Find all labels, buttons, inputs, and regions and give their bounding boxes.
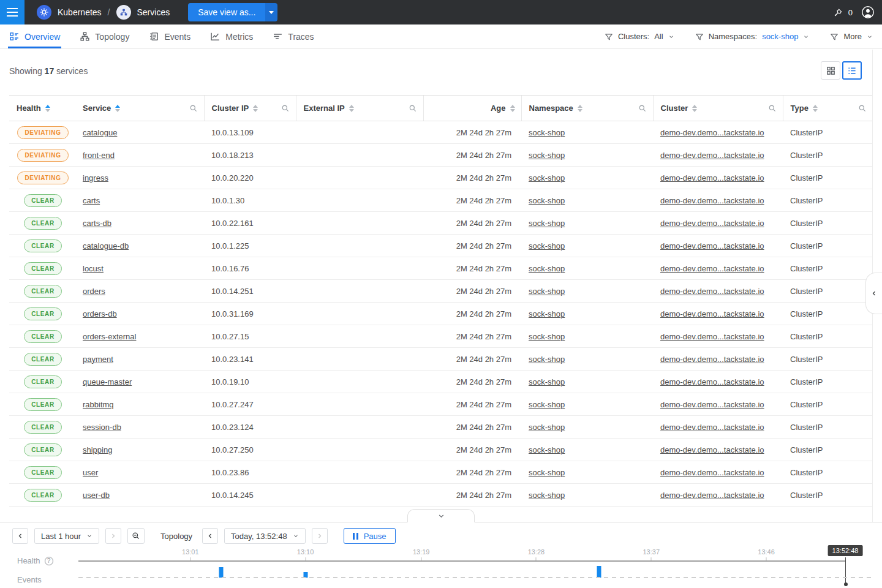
cluster-link[interactable]: demo-dev.demo...tackstate.io — [660, 151, 764, 160]
column-header-external-ip[interactable]: External IP — [296, 96, 423, 121]
service-link[interactable]: shipping — [83, 445, 112, 454]
service-link[interactable]: front-end — [83, 151, 115, 160]
save-view-caret-button[interactable] — [265, 3, 277, 21]
sort-icon[interactable] — [115, 105, 120, 112]
search-icon[interactable] — [638, 104, 647, 113]
event-bar[interactable] — [219, 567, 223, 578]
filter-namespaces[interactable]: Namespaces: sock-shop — [695, 32, 810, 41]
cluster-link[interactable]: demo-dev.demo...tackstate.io — [660, 264, 764, 273]
namespace-link[interactable]: sock-shop — [529, 491, 565, 500]
cluster-link[interactable]: demo-dev.demo...tackstate.io — [660, 377, 764, 386]
service-link[interactable]: rabbitmq — [83, 400, 114, 409]
sort-icon[interactable] — [578, 105, 582, 112]
service-link[interactable]: user — [83, 468, 98, 477]
cluster-link[interactable]: demo-dev.demo...tackstate.io — [660, 309, 764, 318]
cluster-link[interactable]: demo-dev.demo...tackstate.io — [660, 196, 764, 205]
breadcrumb-services[interactable]: Services — [116, 5, 170, 20]
time-range-back-button[interactable] — [12, 528, 28, 544]
filter-clusters[interactable]: Clusters: All — [605, 32, 674, 41]
column-header-cluster[interactable]: Cluster — [653, 96, 783, 121]
tab-traces[interactable]: Traces — [273, 24, 314, 48]
cluster-link[interactable]: demo-dev.demo...tackstate.io — [660, 491, 764, 500]
service-link[interactable]: orders-external — [83, 332, 136, 341]
service-link[interactable]: carts — [83, 196, 100, 205]
search-icon[interactable] — [768, 104, 777, 113]
column-header-age[interactable]: Age — [423, 96, 521, 121]
namespace-link[interactable]: sock-shop — [529, 377, 565, 386]
help-icon[interactable]: ? — [45, 557, 53, 565]
namespace-link[interactable]: sock-shop — [529, 219, 565, 228]
sort-icon[interactable] — [45, 105, 50, 112]
search-icon[interactable] — [409, 104, 417, 113]
service-link[interactable]: queue-master — [83, 377, 132, 386]
column-header-namespace[interactable]: Namespace — [521, 96, 653, 121]
column-header-type[interactable]: Type — [783, 96, 873, 121]
sort-icon[interactable] — [253, 105, 258, 112]
namespace-link[interactable]: sock-shop — [529, 400, 565, 409]
type-value: ClusterIP — [783, 416, 873, 439]
service-link[interactable]: session-db — [83, 423, 121, 432]
tab-topology[interactable]: Topology — [80, 24, 129, 48]
breadcrumb-label: Services — [137, 7, 170, 17]
event-bar[interactable] — [597, 566, 601, 578]
cluster-link[interactable]: demo-dev.demo...tackstate.io — [660, 468, 764, 477]
namespace-link[interactable]: sock-shop — [529, 128, 565, 137]
sort-icon[interactable] — [510, 105, 515, 112]
cluster-link[interactable]: demo-dev.demo...tackstate.io — [660, 219, 764, 228]
pinned-views-button[interactable]: 0 — [833, 7, 853, 18]
namespace-link[interactable]: sock-shop — [529, 151, 565, 160]
column-header-cluster-ip[interactable]: Cluster IP — [204, 96, 296, 121]
sort-icon[interactable] — [692, 105, 697, 112]
namespace-link[interactable]: sock-shop — [529, 332, 565, 341]
namespace-link[interactable]: sock-shop — [529, 309, 565, 318]
tab-overview[interactable]: Overview — [9, 24, 60, 48]
namespace-link[interactable]: sock-shop — [529, 173, 565, 183]
namespace-link[interactable]: sock-shop — [529, 423, 565, 432]
cluster-ip-value: 10.0.14.251 — [204, 280, 296, 303]
cluster-link[interactable]: demo-dev.demo...tackstate.io — [660, 173, 764, 183]
tab-metrics[interactable]: Metrics — [210, 24, 253, 48]
service-link[interactable]: catalogue — [83, 128, 117, 137]
service-link[interactable]: payment — [83, 355, 113, 364]
cluster-link[interactable]: demo-dev.demo...tackstate.io — [660, 355, 764, 364]
service-link[interactable]: carts-db — [83, 219, 111, 228]
service-link[interactable]: orders-db — [83, 309, 117, 318]
save-view-button[interactable]: Save view as... — [188, 3, 265, 21]
cluster-link[interactable]: demo-dev.demo...tackstate.io — [660, 445, 764, 454]
service-link[interactable]: user-db — [83, 491, 110, 500]
service-link[interactable]: catalogue-db — [83, 241, 129, 251]
grid-view-button[interactable] — [821, 61, 840, 80]
breadcrumb-kubernetes[interactable]: Kubernetes — [37, 5, 102, 20]
column-header-service[interactable]: Service — [75, 96, 204, 121]
search-icon[interactable] — [858, 104, 867, 113]
cluster-link[interactable]: demo-dev.demo...tackstate.io — [660, 241, 764, 251]
current-time-marker[interactable] — [845, 557, 846, 584]
collapse-table-button[interactable] — [407, 509, 475, 522]
cluster-link[interactable]: demo-dev.demo...tackstate.io — [660, 423, 764, 432]
service-link[interactable]: orders — [83, 287, 105, 296]
list-view-button[interactable] — [842, 61, 862, 80]
hamburger-menu-icon[interactable] — [0, 0, 24, 24]
namespace-link[interactable]: sock-shop — [529, 264, 565, 273]
search-icon[interactable] — [281, 104, 290, 113]
namespace-link[interactable]: sock-shop — [529, 445, 565, 454]
namespace-link[interactable]: sock-shop — [529, 355, 565, 364]
column-header-health[interactable]: Health — [9, 96, 75, 121]
filter-more[interactable]: More — [830, 32, 873, 41]
search-icon[interactable] — [189, 104, 198, 113]
cluster-link[interactable]: demo-dev.demo...tackstate.io — [660, 287, 764, 296]
namespace-link[interactable]: sock-shop — [529, 241, 565, 251]
sort-icon[interactable] — [349, 105, 354, 112]
cluster-link[interactable]: demo-dev.demo...tackstate.io — [660, 332, 764, 341]
service-link[interactable]: locust — [83, 264, 104, 273]
expand-right-panel-button[interactable] — [865, 273, 882, 314]
namespace-link[interactable]: sock-shop — [529, 287, 565, 296]
cluster-link[interactable]: demo-dev.demo...tackstate.io — [660, 400, 764, 409]
sort-icon[interactable] — [813, 105, 818, 112]
namespace-link[interactable]: sock-shop — [529, 196, 565, 205]
service-link[interactable]: ingress — [83, 173, 108, 183]
namespace-link[interactable]: sock-shop — [529, 468, 565, 477]
cluster-link[interactable]: demo-dev.demo...tackstate.io — [660, 128, 764, 137]
avatar[interactable] — [861, 6, 875, 19]
tab-events[interactable]: Events — [149, 24, 190, 48]
